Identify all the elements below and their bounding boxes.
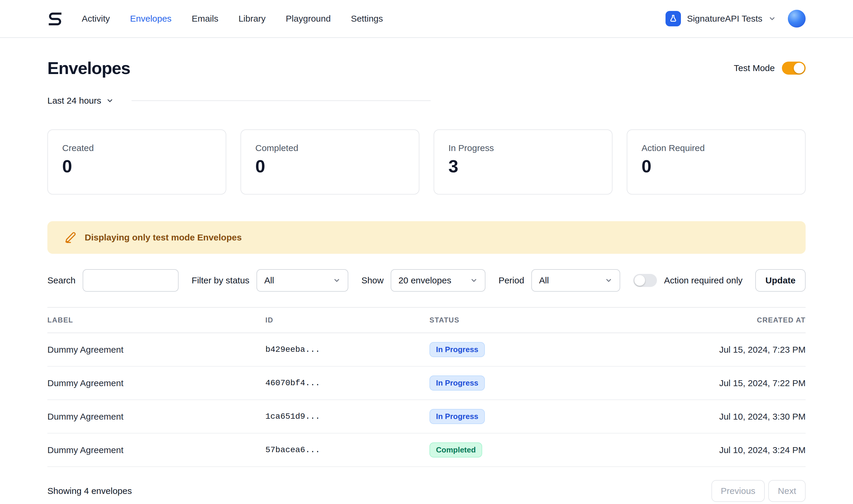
nav-item-emails[interactable]: Emails — [192, 14, 218, 24]
column-header-created-at: Created At — [607, 308, 806, 332]
period-select[interactable]: All — [531, 269, 620, 292]
table-footer: Showing 4 envelopes Previous Next — [48, 480, 806, 502]
next-button[interactable]: Next — [768, 480, 806, 502]
envelope-id: 57bacea6... — [265, 436, 429, 464]
chevron-down-icon — [605, 276, 612, 284]
column-header-label: Label — [48, 308, 265, 332]
avatar[interactable] — [788, 10, 806, 28]
chevron-down-icon — [333, 276, 341, 284]
nav-item-envelopes[interactable]: Envelopes — [130, 14, 172, 24]
envelopes-page: Activity Envelopes Emails Library Playgr… — [0, 0, 853, 504]
stat-value: 0 — [62, 156, 212, 177]
main-content: Envelopes Test Mode Last 24 hours Create… — [0, 58, 853, 502]
envelope-id: 1ca651d9... — [265, 403, 429, 430]
stat-value: 3 — [448, 156, 598, 177]
stat-label: Completed — [255, 143, 405, 153]
nav-item-library[interactable]: Library — [238, 14, 266, 24]
action-required-label: Action required only — [664, 275, 743, 286]
pen-icon — [64, 231, 76, 244]
search-label: Search — [48, 275, 75, 286]
pagination: Previous Next — [711, 480, 806, 502]
banner-text: Displaying only test mode Envelopes — [85, 232, 242, 242]
envelope-created-at: Jul 15, 2024, 7:23 PM — [607, 336, 806, 364]
table-row[interactable]: Dummy Agreement 57bacea6... Completed Ju… — [48, 433, 806, 467]
nav-item-settings[interactable]: Settings — [351, 14, 383, 24]
column-header-status: Status — [429, 308, 607, 332]
period-label: Period — [498, 275, 524, 286]
envelopes-table: Label ID Status Created At Dummy Agreeme… — [48, 307, 806, 467]
workspace-name: SignatureAPI Tests — [687, 14, 762, 24]
show-select[interactable]: 20 envelopes — [391, 269, 485, 292]
period-value: All — [539, 275, 549, 286]
status-filter-label: Filter by status — [192, 275, 249, 286]
results-summary: Showing 4 envelopes — [48, 486, 132, 496]
column-header-id: ID — [265, 308, 429, 332]
divider — [131, 101, 431, 101]
table-row[interactable]: Dummy Agreement b429eeba... In Progress … — [48, 333, 806, 366]
status-badge: In Progress — [429, 409, 485, 424]
action-required-toggle[interactable] — [633, 274, 657, 287]
status-badge: Completed — [429, 443, 482, 457]
chevron-down-icon — [106, 97, 114, 105]
envelope-label: Dummy Agreement — [48, 369, 265, 397]
stat-card-action-required: Action Required 0 — [627, 129, 806, 195]
nav-item-activity[interactable]: Activity — [82, 14, 110, 24]
status-badge: In Progress — [429, 376, 485, 391]
stat-card-in-progress: In Progress 3 — [433, 129, 612, 195]
status-filter-select[interactable]: All — [256, 269, 348, 292]
test-mode-banner: Displaying only test mode Envelopes — [48, 221, 806, 254]
filter-bar: Search Filter by status All Show 20 enve… — [48, 269, 806, 292]
table-row[interactable]: Dummy Agreement 1ca651d9... In Progress … — [48, 400, 806, 433]
stat-card-completed: Completed 0 — [241, 129, 420, 195]
page-title: Envelopes — [48, 58, 130, 78]
envelope-id: b429eeba... — [265, 336, 429, 363]
status-badge: In Progress — [429, 342, 485, 357]
update-button[interactable]: Update — [755, 269, 806, 292]
envelope-created-at: Jul 10, 2024, 3:24 PM — [607, 436, 806, 464]
stat-value: 0 — [255, 156, 405, 177]
envelope-created-at: Jul 15, 2024, 7:22 PM — [607, 369, 806, 397]
show-label: Show — [361, 275, 384, 286]
search-input[interactable] — [83, 269, 179, 292]
stat-cards: Created 0 Completed 0 In Progress 3 Acti… — [48, 129, 806, 195]
test-mode-label: Test Mode — [734, 63, 775, 73]
top-nav: Activity Envelopes Emails Library Playgr… — [0, 0, 853, 38]
chevron-down-icon — [470, 276, 478, 284]
stat-label: In Progress — [448, 143, 598, 153]
nav-links: Activity Envelopes Emails Library Playgr… — [82, 14, 383, 24]
nav-item-playground[interactable]: Playground — [286, 14, 331, 24]
envelope-label: Dummy Agreement — [48, 436, 265, 464]
signatureapi-logo-icon[interactable] — [48, 11, 63, 26]
stat-card-created: Created 0 — [48, 129, 226, 195]
chevron-down-icon — [768, 15, 776, 22]
show-value: 20 envelopes — [398, 275, 451, 286]
envelope-created-at: Jul 10, 2024, 3:30 PM — [607, 403, 806, 431]
envelope-id: 46070bf4... — [265, 370, 429, 396]
previous-button[interactable]: Previous — [711, 480, 765, 502]
stat-label: Action Required — [641, 143, 791, 153]
stat-label: Created — [62, 143, 212, 153]
stat-value: 0 — [641, 156, 791, 177]
workspace-badge-icon — [665, 11, 681, 26]
table-row[interactable]: Dummy Agreement 46070bf4... In Progress … — [48, 366, 806, 400]
workspace-switcher[interactable]: SignatureAPI Tests — [665, 10, 806, 28]
table-header-row: Label ID Status Created At — [48, 308, 806, 333]
time-range-dropdown[interactable]: Last 24 hours — [48, 96, 114, 106]
test-mode-toggle[interactable] — [782, 61, 806, 75]
envelope-label: Dummy Agreement — [48, 403, 265, 431]
status-filter-value: All — [264, 275, 274, 286]
envelope-label: Dummy Agreement — [48, 336, 265, 364]
time-range-value: Last 24 hours — [48, 96, 101, 106]
